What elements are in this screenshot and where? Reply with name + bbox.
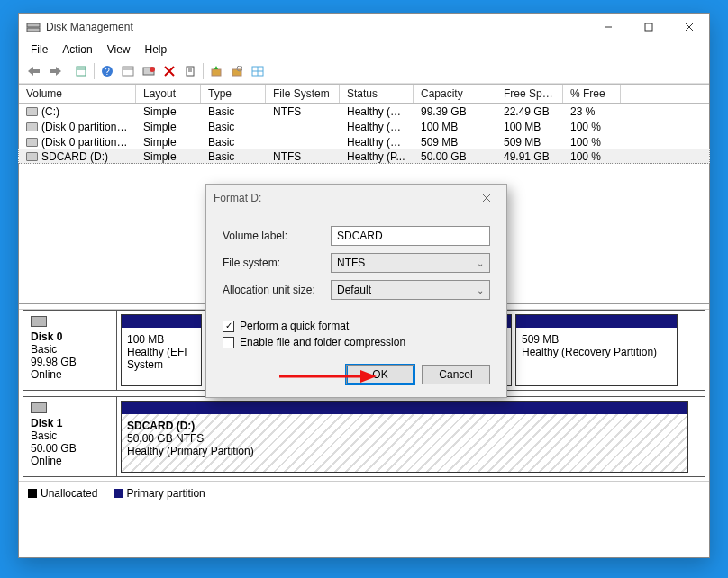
label-allocunit: Allocation unit size:: [223, 284, 331, 296]
label-filesystem: File system:: [223, 257, 331, 269]
cancel-button[interactable]: Cancel: [422, 365, 490, 384]
svg-rect-0: [27, 23, 40, 27]
window-title: Disk Management: [46, 21, 587, 33]
titlebar: Disk Management: [19, 14, 709, 41]
svg-text:?: ?: [105, 67, 110, 77]
table-row[interactable]: (C:)SimpleBasicNTFSHealthy (B...99.39 GB…: [19, 104, 709, 119]
delete-icon[interactable]: [159, 61, 179, 81]
compression-checkbox[interactable]: Enable file and folder compression: [223, 336, 490, 348]
svg-rect-12: [123, 67, 133, 76]
table-row[interactable]: (Disk 0 partition 1)SimpleBasicHealthy (…: [19, 119, 709, 134]
disk-row[interactable]: Disk 1Basic50.00 GBOnlineSDCARD (D:)50.0…: [23, 396, 705, 477]
tool-icon-2[interactable]: [227, 61, 247, 81]
tool-icon-1[interactable]: [206, 61, 226, 81]
disk-icon: [31, 316, 47, 327]
svg-rect-6: [33, 69, 40, 73]
partition[interactable]: 509 MBHealthy (Recovery Partition): [515, 314, 678, 386]
format-dialog: Format D: Volume label: File system: NTF…: [205, 184, 507, 398]
table-row[interactable]: (Disk 0 partition 4)SimpleBasicHealthy (…: [19, 134, 709, 149]
partition[interactable]: 100 MBHealthy (EFI System: [121, 314, 202, 386]
disk-icon: [31, 402, 47, 413]
volume-icon: [26, 152, 38, 161]
help-icon[interactable]: ?: [97, 61, 117, 81]
legend: Unallocated Primary partition: [19, 481, 709, 505]
forward-icon[interactable]: [45, 61, 65, 81]
col-status[interactable]: Status: [340, 85, 414, 103]
action-icon[interactable]: [139, 61, 159, 81]
volume-icon: [26, 122, 38, 131]
checkbox-icon: [223, 337, 234, 348]
dialog-titlebar: Format D:: [206, 185, 506, 212]
menu-action[interactable]: Action: [56, 41, 98, 58]
back-icon[interactable]: [24, 61, 44, 81]
disk-info: Disk 0Basic99.98 GBOnline: [23, 311, 117, 390]
settings-icon[interactable]: [118, 61, 138, 81]
col-filesystem[interactable]: File System: [266, 85, 340, 103]
app-icon: [26, 20, 41, 34]
svg-rect-22: [232, 69, 241, 76]
chevron-down-icon: ⌄: [477, 285, 484, 295]
show-hide-icon[interactable]: [71, 61, 91, 81]
checkbox-icon: ✓: [223, 321, 234, 332]
volume-list-header: Volume Layout Type File System Status Ca…: [19, 84, 709, 104]
svg-rect-7: [50, 69, 56, 73]
col-layout[interactable]: Layout: [136, 85, 201, 103]
svg-rect-21: [212, 69, 221, 76]
svg-rect-8: [77, 67, 86, 76]
volume-icon: [26, 138, 38, 147]
chevron-down-icon: ⌄: [477, 258, 484, 268]
col-capacity[interactable]: Capacity: [414, 85, 496, 103]
col-pctfree[interactable]: % Free: [563, 85, 621, 103]
menubar: File Action View Help: [19, 41, 709, 59]
menu-help[interactable]: Help: [139, 41, 174, 58]
quick-format-checkbox[interactable]: ✓ Perform a quick format: [223, 320, 490, 332]
maximize-button[interactable]: [628, 14, 669, 41]
menu-view[interactable]: View: [101, 41, 137, 58]
table-row[interactable]: SDCARD (D:)SimpleBasicNTFSHealthy (P...5…: [18, 149, 710, 164]
legend-primary: Primary partition: [114, 487, 205, 500]
dialog-title: Format D:: [214, 192, 261, 204]
disk-info: Disk 1Basic50.00 GBOnline: [23, 397, 117, 476]
minimize-button[interactable]: [587, 14, 628, 41]
allocation-select[interactable]: Default⌄: [331, 280, 490, 300]
col-type[interactable]: Type: [201, 85, 266, 103]
svg-rect-1: [27, 28, 40, 32]
col-volume[interactable]: Volume: [19, 85, 136, 103]
dialog-close-button[interactable]: [474, 188, 499, 208]
properties-icon[interactable]: [180, 61, 200, 81]
volume-icon: [26, 107, 38, 116]
volume-list[interactable]: (C:)SimpleBasicNTFSHealthy (B...99.39 GB…: [19, 104, 709, 163]
volume-label-input[interactable]: [331, 226, 490, 246]
tool-icon-3[interactable]: [248, 61, 268, 81]
partition[interactable]: SDCARD (D:)50.00 GB NTFSHealthy (Primary…: [121, 401, 688, 473]
svg-point-15: [150, 67, 155, 72]
ok-button[interactable]: OK: [346, 365, 414, 384]
legend-unallocated: Unallocated: [28, 487, 97, 500]
label-volume: Volume label:: [223, 230, 331, 242]
svg-rect-3: [645, 23, 652, 31]
close-button[interactable]: [669, 14, 709, 41]
col-freespace[interactable]: Free Spa...: [496, 85, 563, 103]
filesystem-select[interactable]: NTFS⌄: [331, 253, 490, 273]
toolbar: ?: [19, 59, 709, 84]
menu-file[interactable]: File: [24, 41, 54, 58]
